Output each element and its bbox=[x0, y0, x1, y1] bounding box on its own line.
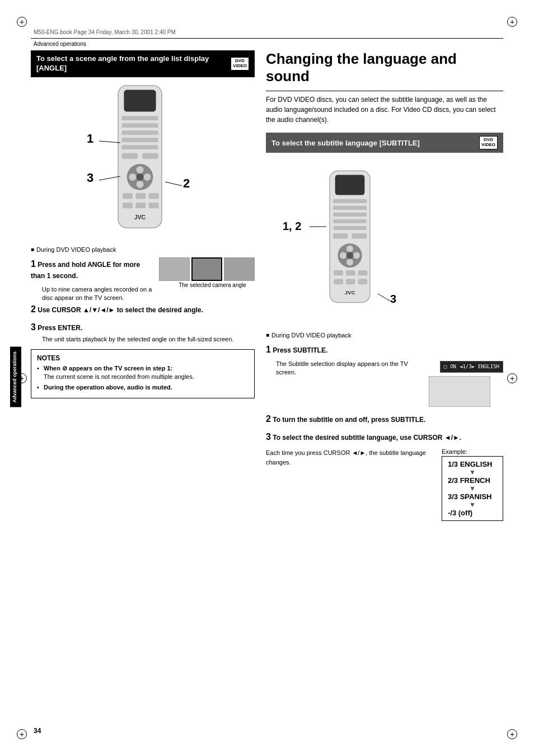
thumb-caption: The selected camera angle bbox=[179, 282, 246, 288]
svg-point-11 bbox=[137, 181, 144, 188]
left-section-header: To select a scene angle from the angle l… bbox=[31, 50, 255, 77]
svg-rect-29 bbox=[333, 213, 367, 217]
svg-point-12 bbox=[129, 173, 137, 181]
right-step-label-12: 1, 2 bbox=[283, 220, 301, 233]
svg-rect-18 bbox=[123, 203, 133, 208]
dvd-badge-right: DVD VIDEO bbox=[479, 136, 498, 149]
page-number: 34 bbox=[34, 727, 41, 735]
svg-rect-1 bbox=[124, 90, 156, 111]
svg-point-36 bbox=[346, 259, 353, 266]
right-sub-title: To select the subtitle language [SUBTITL… bbox=[271, 139, 420, 147]
example-item-4: -/3 (off) bbox=[448, 509, 497, 517]
right-steps: 1 Press SUBTITLE. The Subtitle selection… bbox=[266, 343, 503, 522]
osd-lang: ENGLISH bbox=[478, 363, 499, 371]
example-box: 1/3 ENGLISH ▼ 2/3 FRENCH ▼ 3/3 SPANISH ▼… bbox=[442, 456, 503, 521]
left-remote-area: JVC 1 2 3 bbox=[87, 84, 199, 246]
dvd-badge-left: DVD VIDEO bbox=[231, 57, 249, 71]
right-sub-header: To select the subtitle language [SUBTITL… bbox=[266, 133, 503, 153]
svg-rect-16 bbox=[135, 193, 146, 199]
corner-mark-br bbox=[507, 729, 517, 739]
svg-rect-40 bbox=[334, 270, 343, 276]
osd-screen-preview bbox=[429, 376, 490, 407]
example-item-1: 1/3 ENGLISH bbox=[448, 460, 497, 468]
svg-rect-32 bbox=[333, 233, 348, 239]
right-step-1-sub: The Subtitle selection display appears o… bbox=[276, 360, 421, 377]
step-sub-1: Up to nine camera angles recorded on a d… bbox=[42, 285, 153, 303]
osd-display: □ ON ◄1/3► ENGLISH bbox=[440, 361, 503, 373]
corner-mark-tr bbox=[507, 17, 517, 27]
osd-track: ◄1/3► bbox=[460, 363, 475, 371]
svg-rect-15 bbox=[123, 193, 133, 199]
svg-point-39 bbox=[346, 252, 353, 259]
svg-rect-17 bbox=[149, 193, 159, 199]
example-section: Each time you press CURSOR ◄/►, the subt… bbox=[266, 448, 503, 521]
left-remote-svg: JVC bbox=[104, 84, 176, 229]
notes-title: NOTES bbox=[37, 354, 249, 362]
svg-point-10 bbox=[137, 166, 144, 173]
corner-mark-mr bbox=[507, 373, 517, 383]
callout-lines-right bbox=[266, 158, 503, 326]
note-item-1: When ⊘ appears on the TV screen in step … bbox=[37, 364, 249, 382]
right-step-label-3: 3 bbox=[390, 293, 396, 306]
svg-point-35 bbox=[346, 246, 353, 252]
left-step-2: 2 Use CURSOR ▲/▼/◄/► to select the desir… bbox=[31, 303, 255, 316]
corner-mark-bl bbox=[17, 729, 27, 739]
svg-rect-26 bbox=[335, 175, 365, 195]
notes-box: NOTES When ⊘ appears on the TV screen in… bbox=[31, 349, 255, 398]
svg-rect-6 bbox=[122, 145, 158, 149]
top-separator bbox=[31, 38, 503, 39]
right-big-title: Changing the language and sound bbox=[266, 50, 503, 85]
svg-rect-3 bbox=[122, 123, 158, 128]
svg-rect-5 bbox=[122, 138, 158, 142]
svg-text:JVC: JVC bbox=[345, 289, 355, 295]
during-dvd-left: During DVD VIDEO playback bbox=[31, 246, 255, 253]
svg-point-38 bbox=[353, 252, 360, 259]
example-title: Example: bbox=[442, 448, 503, 455]
adv-ops-label: Advanced operations bbox=[34, 41, 86, 47]
svg-rect-27 bbox=[333, 199, 367, 203]
svg-rect-33 bbox=[352, 233, 367, 239]
svg-rect-44 bbox=[346, 279, 355, 285]
svg-rect-41 bbox=[346, 270, 355, 276]
notes-list: When ⊘ appears on the TV screen in step … bbox=[37, 364, 249, 392]
example-right: Example: 1/3 ENGLISH ▼ 2/3 FRENCH ▼ 3/3 … bbox=[442, 448, 503, 521]
svg-rect-20 bbox=[149, 203, 159, 208]
svg-point-13 bbox=[144, 173, 151, 181]
left-column: To select a scene angle from the angle l… bbox=[31, 50, 255, 722]
osd-on: ON bbox=[450, 363, 456, 371]
svg-rect-30 bbox=[333, 219, 367, 223]
right-column: Changing the language and sound For DVD … bbox=[266, 50, 503, 722]
example-item-3: 3/3 SPANISH bbox=[448, 492, 497, 501]
right-title-sep bbox=[266, 91, 503, 91]
svg-rect-42 bbox=[358, 270, 367, 276]
right-step-3: 3 To select the desired subtitle languag… bbox=[266, 430, 503, 444]
svg-rect-31 bbox=[333, 226, 367, 230]
svg-rect-43 bbox=[334, 279, 343, 285]
svg-rect-19 bbox=[135, 203, 146, 208]
svg-rect-8 bbox=[142, 153, 158, 158]
angle-thumbnails: The selected camera angle bbox=[159, 257, 255, 288]
corner-mark-tl bbox=[17, 17, 27, 27]
sidebar-label: Advanced operations bbox=[10, 347, 21, 407]
svg-rect-2 bbox=[122, 116, 158, 120]
svg-text:JVC: JVC bbox=[134, 214, 146, 220]
thumb-3 bbox=[224, 257, 255, 281]
svg-rect-7 bbox=[122, 153, 138, 158]
left-step-1: 1 Press and hold ANGLE for more than 1 s… bbox=[31, 257, 255, 303]
step-text-1: Press and hold ANGLE for more than 1 sec… bbox=[31, 261, 140, 280]
step-label-3: 3 bbox=[87, 171, 93, 185]
svg-rect-45 bbox=[358, 279, 367, 285]
step-label-1: 1 bbox=[87, 132, 93, 146]
left-section-title: To select a scene angle from the angle l… bbox=[36, 54, 216, 73]
right-step-2: 2 To turn the subtitle on and off, press… bbox=[266, 412, 503, 426]
svg-point-37 bbox=[340, 252, 346, 259]
right-remote-svg: JVC bbox=[316, 164, 383, 309]
svg-rect-4 bbox=[122, 130, 158, 135]
step-num-1: 1 bbox=[31, 259, 36, 269]
during-dvd-right: During DVD VIDEO playback bbox=[266, 332, 503, 339]
main-layout: To select a scene angle from the angle l… bbox=[31, 50, 503, 722]
file-info: M50-ENG.book Page 34 Friday, March 30, 2… bbox=[34, 29, 176, 35]
right-remote-area: JVC 1, 2 3 bbox=[266, 158, 503, 326]
step-label-2: 2 bbox=[183, 176, 190, 191]
example-item-2: 2/3 FRENCH bbox=[448, 476, 497, 485]
